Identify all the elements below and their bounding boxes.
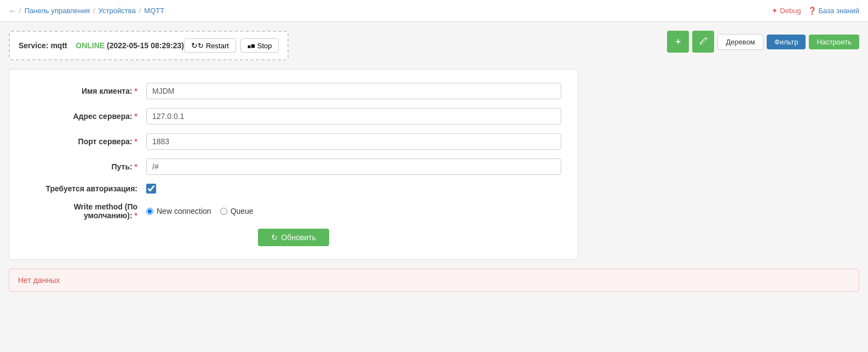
service-timestamp: (2022-05-15 08:29:23) [107, 41, 184, 50]
plus-icon: + [676, 37, 681, 47]
breadcrumb-dashboard[interactable]: Панель управления [25, 7, 90, 15]
breadcrumb-devices[interactable]: Устройства [99, 7, 136, 15]
service-status-box: Service: mqtt ONLINE (2022-05-15 08:29:2… [9, 31, 289, 60]
main-content: Service: mqtt ONLINE (2022-05-15 08:29:2… [0, 22, 868, 300]
server-port-label: Порт сервера: * [26, 137, 146, 146]
stop-button[interactable]: ■ Stop [240, 38, 279, 53]
settings-form: Имя клиента: * Адрес сервера: * Порт сер… [9, 69, 578, 260]
filter-button[interactable]: Фильтр [767, 35, 806, 49]
update-icon: ↻ [271, 233, 278, 242]
refresh-icon: ↻ [191, 41, 204, 50]
service-status: ONLINE [76, 41, 105, 50]
auth-checkbox[interactable] [146, 184, 156, 194]
asterisk-icon: ✦ [772, 7, 778, 15]
question-icon: ❓ [808, 7, 817, 15]
knowledge-link[interactable]: ❓ База знаний [808, 7, 860, 15]
server-port-input[interactable] [146, 133, 561, 150]
service-buttons: ↻ Restart ■ Stop [184, 38, 279, 53]
radio-queue-input[interactable] [220, 208, 227, 215]
breadcrumb: ← / Панель управления / Устройства / MQT… [9, 7, 164, 15]
update-button[interactable]: ↻ Обновить [258, 229, 329, 246]
radio-queue[interactable]: Queue [220, 207, 254, 215]
server-address-row: Адрес сервера: * [26, 108, 561, 124]
write-method-group: New connection Queue [146, 207, 254, 215]
client-name-label: Имя клиента: * [26, 87, 146, 95]
service-label: Service: mqtt ONLINE (2022-05-15 08:29:2… [19, 41, 184, 50]
tree-button[interactable]: Деревом [717, 34, 763, 50]
top-navigation: ← / Панель управления / Устройства / MQT… [0, 0, 868, 22]
write-method-label: Write method (По умолчанию): * [26, 202, 146, 220]
client-name-row: Имя клиента: * [26, 83, 561, 99]
breadcrumb-mqtt[interactable]: MQTT [144, 7, 164, 15]
debug-link[interactable]: ✦ Debug [772, 7, 801, 15]
client-name-input[interactable] [146, 83, 561, 99]
back-arrow[interactable]: ← [9, 7, 16, 15]
restart-button[interactable]: ↻ Restart [184, 38, 236, 53]
path-row: Путь: * [26, 158, 561, 175]
server-port-row: Порт сервера: * [26, 133, 561, 150]
edit-button[interactable] [692, 31, 714, 53]
server-address-label: Адрес сервера: * [26, 112, 146, 121]
pencil-icon [699, 37, 708, 46]
stop-icon: ■ [248, 42, 255, 50]
add-button[interactable]: + [667, 31, 689, 53]
auth-label: Требуется авторизация: [26, 184, 146, 193]
radio-new-connection[interactable]: New connection [146, 207, 211, 215]
no-data-alert: Нет данных [9, 269, 859, 292]
top-row: Service: mqtt ONLINE (2022-05-15 08:29:2… [9, 31, 859, 69]
top-nav-right: ✦ Debug ❓ База знаний [772, 7, 859, 15]
form-button-row: ↻ Обновить [26, 229, 561, 246]
path-label: Путь: * [26, 162, 146, 171]
settings-button[interactable]: Настроить [809, 35, 859, 49]
toolbar: + Деревом Фильтр Настроить [667, 31, 859, 53]
path-input[interactable] [146, 158, 561, 175]
radio-new-connection-input[interactable] [146, 208, 153, 215]
auth-row: Требуется авторизация: [26, 184, 561, 194]
server-address-input[interactable] [146, 108, 561, 124]
write-method-row: Write method (По умолчанию): * New conne… [26, 202, 561, 220]
